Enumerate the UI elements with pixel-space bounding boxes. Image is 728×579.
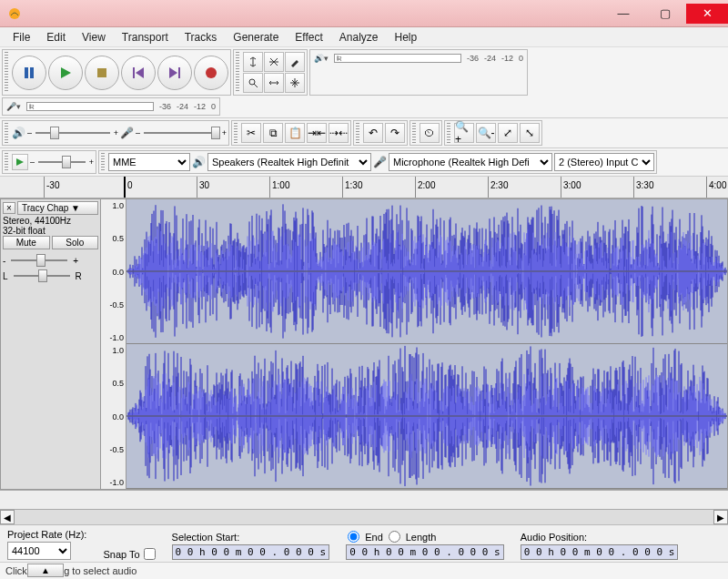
meter-tick: 0 (211, 102, 216, 111)
envelope-tool[interactable] (264, 52, 284, 72)
snap-to-checkbox[interactable] (144, 548, 156, 560)
output-device-select[interactable]: Speakers (Realtek High Definit (207, 153, 371, 171)
track-pan-slider[interactable] (10, 269, 74, 283)
stop-button[interactable] (85, 56, 119, 90)
draw-tool[interactable] (285, 52, 305, 72)
copy-button[interactable]: ⧉ (263, 123, 283, 143)
timeline-tick: -30 (44, 177, 59, 198)
trim-button[interactable]: ⇥⇤ (307, 123, 327, 143)
svg-rect-2 (30, 67, 34, 78)
audio-host-select[interactable]: MME (108, 153, 190, 171)
selection-start-field[interactable]: 0 0 h 0 0 m 0 0 . 0 0 0 s (172, 544, 330, 560)
mic-icon: 🎤 (120, 127, 134, 139)
record-meter[interactable]: LR (26, 102, 154, 111)
meter-tick: -12 (194, 102, 206, 111)
menu-file[interactable]: File (5, 29, 37, 46)
track-close-button[interactable]: × (3, 202, 15, 214)
timeline-tick: 30 (197, 177, 209, 198)
svg-rect-1 (25, 67, 28, 78)
fit-project-button[interactable]: ⤡ (520, 123, 540, 143)
close-button[interactable]: ✕ (686, 4, 728, 24)
zoom-toolbar: 🔍+ 🔍- ⤢ ⤡ (444, 120, 542, 146)
selection-end-radio[interactable] (348, 531, 359, 543)
timeline-tick: 3:30 (633, 177, 653, 198)
device-toolbar: MME 🔊 Speakers (Realtek High Definit 🎤 M… (98, 150, 657, 174)
playback-volume-slider[interactable]: –+ (27, 126, 118, 140)
timeline-tick: 3:00 (561, 177, 581, 198)
menu-analyze[interactable]: Analyze (332, 29, 386, 46)
project-rate-label: Project Rate (Hz): (7, 529, 86, 540)
timeline-ruler[interactable]: -30 0 30 1:00 1:30 2:00 2:30 3:00 3:30 4… (0, 177, 728, 198)
audio-position-field[interactable]: 0 0 h 0 0 m 0 0 . 0 0 0 s (521, 544, 679, 560)
menu-help[interactable]: Help (388, 29, 425, 46)
selection-tool[interactable] (243, 52, 263, 72)
pan-right-label: R (76, 271, 82, 281)
pan-left-label: L (3, 271, 8, 281)
selection-end-field[interactable]: 0 0 h 0 0 m 0 0 . 0 0 0 s (346, 544, 504, 560)
input-channels-select[interactable]: 2 (Stereo) Input C (554, 153, 654, 171)
play-button[interactable] (48, 56, 83, 90)
snap-to-label: Snap To (103, 549, 139, 560)
zoom-out-button[interactable]: 🔍- (476, 123, 496, 143)
input-device-select[interactable]: Microphone (Realtek High Defi (389, 153, 552, 171)
record-volume-slider[interactable]: –+ (136, 126, 227, 140)
svg-point-9 (206, 67, 217, 78)
toolbar-row-2: 🔊 –+ 🎤 –+ ✂ ⧉ 📋 ⇥⇤ ⇢⇠ ↶ ↷ ⏲ 🔍+ 🔍- ⤢ ⤡ (0, 118, 728, 148)
tools-toolbar (233, 49, 308, 96)
playback-meter[interactable]: LR (334, 54, 461, 63)
menu-view[interactable]: View (75, 29, 113, 46)
timeline-cursor: 0 (124, 177, 133, 198)
pause-button[interactable] (12, 56, 46, 90)
multi-tool[interactable] (285, 73, 305, 93)
mute-button[interactable]: Mute (3, 236, 50, 249)
playback-speed-slider[interactable]: –+ (30, 155, 94, 169)
maximize-button[interactable]: ▢ (644, 4, 686, 24)
timeshift-tool[interactable] (264, 73, 284, 93)
zoom-in-button[interactable]: 🔍+ (454, 123, 474, 143)
timeline-tick: 1:30 (342, 177, 362, 198)
minimize-button[interactable]: — (602, 4, 644, 24)
play-at-speed-button[interactable] (12, 154, 28, 170)
cut-button[interactable]: ✂ (241, 123, 261, 143)
skip-end-button[interactable] (157, 56, 192, 90)
vertical-scale: 1.0 0.5 0.0 -0.5 -1.0 (101, 199, 126, 344)
waveform-channel-right[interactable] (126, 344, 727, 489)
horizontal-scrollbar[interactable]: ◀ ▶ (0, 510, 728, 524)
window-titlebar: — ▢ ✕ (0, 0, 728, 27)
track-bitdepth: 32-bit float (3, 226, 98, 236)
selection-length-radio[interactable] (389, 531, 400, 543)
waveform-channel-left[interactable] (126, 199, 727, 344)
undo-toolbar: ↶ ↷ (353, 120, 408, 146)
menu-transport[interactable]: Transport (115, 29, 176, 46)
timeline-tick: 2:30 (488, 177, 508, 198)
status-bar: Click and drag to select audio (0, 562, 728, 579)
skip-start-button[interactable] (121, 56, 156, 90)
zoom-tool[interactable] (243, 73, 263, 93)
meter-tick: 0 (519, 54, 523, 63)
menu-generate[interactable]: Generate (226, 29, 286, 46)
transport-toolbar (2, 49, 231, 96)
gain-min-label: - (3, 256, 5, 266)
track-gain-slider[interactable] (7, 253, 71, 268)
solo-button[interactable]: Solo (52, 236, 99, 249)
menu-edit[interactable]: Edit (39, 29, 73, 46)
scroll-left-button[interactable]: ◀ (0, 510, 15, 524)
svg-marker-7 (169, 67, 177, 78)
svg-rect-5 (133, 67, 135, 78)
silence-button[interactable]: ⇢⇠ (329, 123, 349, 143)
track-format: Stereo, 44100Hz (3, 216, 98, 226)
audio-position-label: Audio Position: (521, 532, 679, 543)
sync-lock-button[interactable]: ⏲ (420, 123, 440, 143)
fit-selection-button[interactable]: ⤢ (498, 123, 518, 143)
meter-tick: -24 (177, 102, 188, 111)
undo-button[interactable]: ↶ (363, 123, 383, 143)
menu-tracks[interactable]: Tracks (177, 29, 225, 46)
redo-button[interactable]: ↷ (385, 123, 405, 143)
track-collapse-button[interactable]: ▲ (27, 564, 64, 577)
track-menu-button[interactable]: Tracy Chap ▼ (17, 201, 98, 215)
menu-effect[interactable]: Effect (288, 29, 329, 46)
record-button[interactable] (194, 56, 228, 90)
scroll-right-button[interactable]: ▶ (713, 510, 728, 524)
project-rate-select[interactable]: 44100 (7, 542, 71, 560)
paste-button[interactable]: 📋 (285, 123, 305, 143)
